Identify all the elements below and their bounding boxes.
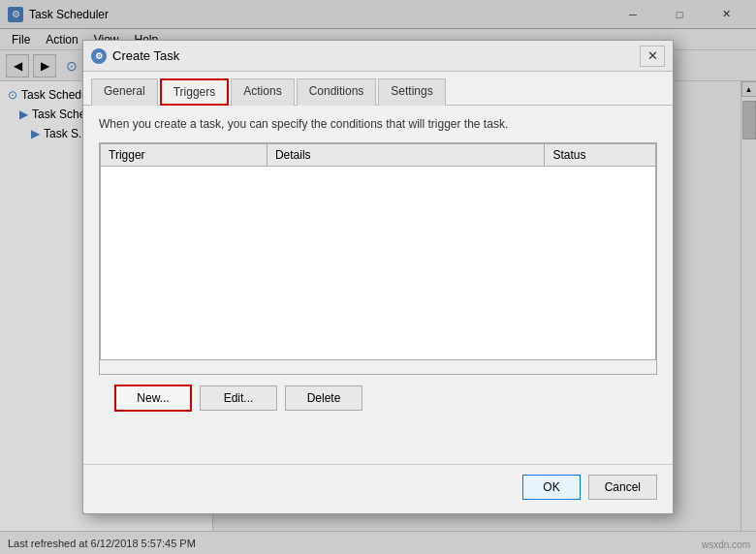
tab-triggers[interactable]: Triggers bbox=[160, 78, 230, 106]
dialog-icon: ⚙ bbox=[91, 48, 107, 64]
cancel-button[interactable]: Cancel bbox=[588, 475, 657, 500]
ok-button[interactable]: OK bbox=[522, 475, 580, 500]
new-button[interactable]: New... bbox=[114, 385, 192, 412]
trigger-table-body bbox=[101, 167, 656, 360]
tab-settings[interactable]: Settings bbox=[378, 78, 445, 106]
tab-actions[interactable]: Actions bbox=[231, 78, 294, 106]
delete-button[interactable]: Delete bbox=[285, 385, 362, 411]
dialog-close-button[interactable]: ✕ bbox=[640, 46, 665, 67]
trigger-table: Trigger Details Status bbox=[100, 143, 656, 360]
edit-button[interactable]: Edit... bbox=[200, 385, 277, 411]
tab-bar: General Triggers Actions Conditions Sett… bbox=[83, 72, 673, 106]
col-trigger: Trigger bbox=[101, 144, 268, 167]
modal-overlay: ⚙ Create Task ✕ General Triggers Actions… bbox=[0, 0, 756, 554]
trigger-table-container: Trigger Details Status bbox=[99, 142, 657, 375]
dialog-ok-cancel-footer: OK Cancel bbox=[83, 464, 673, 513]
create-task-dialog: ⚙ Create Task ✕ General Triggers Actions… bbox=[82, 40, 674, 514]
empty-row bbox=[101, 167, 656, 360]
dialog-action-buttons: New... Edit... Delete bbox=[99, 375, 657, 421]
dialog-title: Create Task bbox=[112, 48, 634, 63]
tab-conditions[interactable]: Conditions bbox=[297, 78, 377, 106]
dialog-titlebar: ⚙ Create Task ✕ bbox=[83, 41, 673, 72]
dialog-body: When you create a task, you can specify … bbox=[83, 106, 673, 464]
col-status: Status bbox=[545, 144, 656, 167]
col-details: Details bbox=[267, 144, 545, 167]
tab-general[interactable]: General bbox=[91, 78, 158, 106]
dialog-description: When you create a task, you can specify … bbox=[99, 117, 657, 131]
